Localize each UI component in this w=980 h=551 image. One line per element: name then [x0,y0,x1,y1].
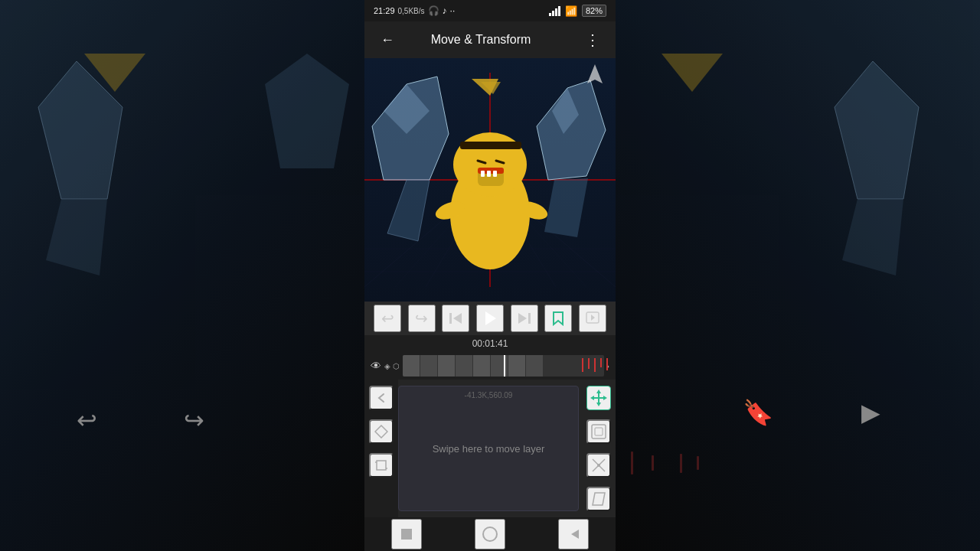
svg-rect-38 [493,171,497,177]
video-preview [364,58,616,302]
svg-marker-60 [603,396,607,400]
status-time: 21:29 [374,6,395,15]
keyframe-button[interactable] [369,419,394,444]
svg-point-65 [597,464,600,467]
svg-marker-50 [591,315,595,321]
svg-marker-42 [587,64,603,83]
svg-rect-61 [592,425,606,439]
transform-sidebar [364,380,398,517]
crop-button[interactable] [369,453,394,478]
svg-marker-57 [596,390,601,393]
more-icon: ·· [450,5,456,16]
coords-display: -41.3K,560.09 [465,391,513,399]
svg-rect-39 [460,142,521,149]
navigation-bar [364,517,616,551]
scale-tool-button[interactable] [586,419,611,444]
status-left: 21:29 0,5KB/s 🎧 ♪ ·· [374,5,455,16]
svg-marker-5 [835,61,919,199]
transform-swipe-area[interactable]: -41.3K,560.09 Swipe here to move layer [398,386,579,511]
signal-icon [549,6,560,16]
skip-forward-button[interactable] [511,305,538,332]
svg-marker-48 [554,312,563,324]
skip-back-button[interactable] [442,305,469,332]
header-title: Move & Transform [383,33,579,47]
svg-marker-58 [596,403,601,406]
transform-row: -41.3K,560.09 Swipe here to move layer [364,380,616,517]
svg-marker-51 [375,425,387,438]
transform-panel: -41.3K,560.09 Swipe here to move layer [364,380,616,517]
svg-marker-22 [387,180,430,241]
redo-button[interactable]: ↪ [408,305,436,332]
move-tool-button[interactable] [586,386,611,410]
menu-button[interactable]: ⋮ [579,26,606,54]
anchor-tool-button[interactable] [586,453,611,478]
svg-marker-8 [662,54,723,92]
svg-marker-45 [485,311,496,325]
svg-marker-3 [265,54,349,168]
wifi-icon: 📶 [565,5,577,17]
svg-marker-2 [46,199,107,276]
svg-marker-47 [518,313,527,324]
home-circle [482,527,498,542]
svg-marker-44 [453,313,462,324]
left-redo-icon: ↪ [184,406,204,435]
svg-rect-43 [449,313,452,324]
bg-left-panel [0,0,364,551]
skew-tool-button[interactable] [586,487,611,511]
play-button[interactable] [476,305,504,332]
svg-marker-27 [544,178,588,237]
export-button[interactable] [579,305,606,332]
phone-container: 21:29 0,5KB/s 🎧 ♪ ·· 📶 82% ← Move & Tran… [364,0,616,551]
svg-rect-37 [487,171,491,177]
nav-back-button[interactable] [558,519,589,549]
visibility-icon[interactable]: 👁 [371,360,381,372]
undo-button[interactable]: ↩ [374,305,401,332]
timeline-markers [582,358,608,372]
timestamp: 00:01:41 [364,335,616,349]
status-bar: 21:29 0,5KB/s 🎧 ♪ ·· 📶 82% [364,0,616,21]
svg-rect-46 [528,313,531,324]
status-data: 0,5KB/s [398,7,425,15]
app-header: ← Move & Transform ⋮ [364,21,616,58]
svg-marker-68 [571,530,579,539]
svg-marker-4 [84,54,145,92]
swipe-instruction: Swipe here to move layer [425,443,553,455]
grid-lines [364,58,616,302]
right-bookmark-icon: 🔖 [743,398,773,427]
back-in-panel-button[interactable] [369,386,394,410]
track-icons: ◈ ⬡ [384,362,400,370]
headphones-icon: 🎧 [428,5,439,16]
right-video-icon: ▶ [861,398,880,427]
layer-icon2: ⬡ [393,362,400,370]
timeline-track[interactable]: 👁 ◈ ⬡ [364,352,616,380]
playback-controls: ↩ ↪ [364,302,616,335]
layer-icon1: ◈ [384,362,390,370]
svg-marker-59 [590,396,594,400]
svg-rect-52 [377,461,386,470]
svg-marker-66 [593,493,605,505]
status-right: 📶 82% [549,5,606,17]
nav-home-button[interactable] [475,519,505,549]
left-undo-icon: ↩ [77,406,97,435]
svg-marker-7 [842,199,903,276]
timeline-area[interactable]: 00:01:41 👁 ◈ ⬡ [364,335,616,380]
pointer-icon [583,64,606,87]
nav-stop-button[interactable] [391,519,422,549]
transform-right-tools [582,380,616,517]
svg-rect-36 [481,171,485,177]
svg-rect-67 [401,529,412,540]
svg-rect-62 [595,428,603,435]
music-icon: ♪ [443,5,447,16]
battery-icon: 82% [582,5,606,17]
bookmark-button[interactable] [544,305,572,332]
